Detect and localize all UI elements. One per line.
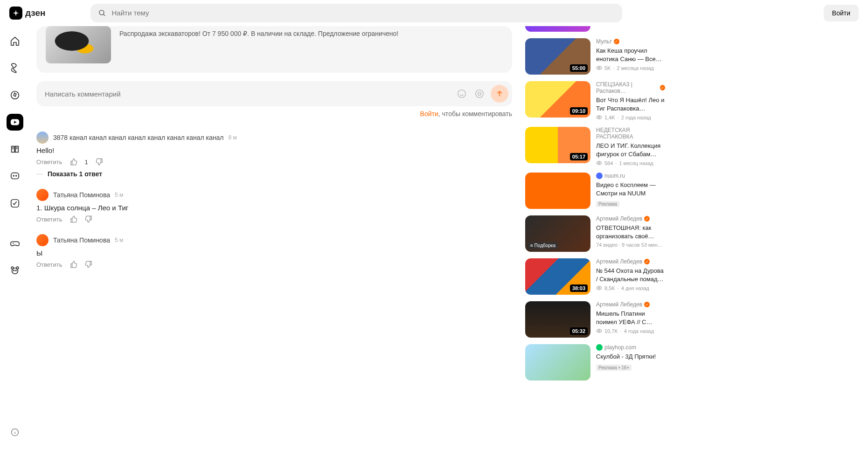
nav-shorts[interactable]	[7, 60, 23, 76]
reply-button[interactable]: Ответить	[36, 216, 62, 223]
comments-list: 3878 канал канал канал канал канал канал…	[36, 132, 512, 268]
comment-item: 3878 канал канал канал канал канал канал…	[36, 132, 512, 178]
duration-badge: 55:00	[570, 64, 588, 72]
comment-input-box[interactable]	[36, 81, 512, 106]
rec-meta: 10,7K·4 года назад	[596, 328, 665, 334]
rec-thumb: 38:03	[525, 258, 590, 295]
rec-thumb	[525, 173, 590, 209]
emoji-icon[interactable]	[455, 87, 468, 100]
rec-item[interactable]: 05:17 НЕДЕТСКАЯ РАСПАКОВКА ЛЕО И ТИГ. Ко…	[525, 127, 665, 166]
comment-body: 1. Шкура солнца – Лео и Тиг	[36, 204, 512, 212]
rec-channel[interactable]: Артемий Лебедев ✓	[596, 215, 665, 222]
topbar: дзен Войти	[0, 0, 868, 26]
avatar[interactable]	[36, 132, 49, 144]
rec-title: ЛЕО И ТИГ. Коллекция фигурок от Сбабам…	[596, 142, 665, 158]
ad-badge: Реклама	[596, 201, 619, 207]
rec-meta: 5K·2 месяца назад	[596, 65, 665, 71]
logo-icon	[9, 7, 22, 20]
rec-item[interactable]: nuum.ru Видео с Косплеем — Смотри на NUU…	[525, 173, 665, 209]
rec-title: № 544 Охота на Дурова / Скандальные пома…	[596, 267, 665, 283]
like-button[interactable]	[70, 158, 77, 166]
rec-channel[interactable]: Мульт ✓	[596, 38, 665, 45]
svg-point-8	[11, 267, 14, 269]
rec-channel[interactable]: Артемий Лебедев ✓	[596, 301, 665, 308]
rec-item[interactable]: 38:03 Артемий Лебедев ✓ № 544 Охота на Д…	[525, 258, 665, 295]
rec-item[interactable]: ≡ Подборка Артемий Лебедев ✓ ОТВЕТОШНАЯ:…	[525, 215, 665, 252]
rec-thumb: 55:00	[525, 38, 590, 75]
rec-thumb: ≡ Подборка	[525, 215, 590, 252]
comment-author[interactable]: 3878 канал канал канал канал канал канал…	[53, 134, 224, 141]
rec-meta: 8,5K·4 дня назад	[596, 285, 665, 291]
duration-badge: 38:03	[570, 284, 588, 292]
svg-point-14	[476, 90, 484, 98]
svg-point-9	[16, 267, 19, 269]
ad-text: Распродажа экскаваторов! От 7 950 000 ₽.…	[119, 26, 503, 37]
comment-time: 5 м	[115, 192, 123, 198]
reply-button[interactable]: Ответить	[36, 159, 62, 166]
avatar[interactable]	[36, 234, 49, 246]
svg-rect-3	[11, 173, 19, 179]
rec-channel[interactable]: НЕДЕТСКАЯ РАСПАКОВКА	[596, 127, 665, 140]
like-button[interactable]	[70, 261, 77, 268]
dislike-button[interactable]	[85, 215, 92, 223]
comment-time: 5 м	[115, 237, 123, 243]
like-button[interactable]	[70, 215, 77, 223]
comment-author[interactable]: Татьяна Поминова	[53, 236, 110, 244]
reply-button[interactable]: Ответить	[36, 261, 62, 268]
rec-thumb: 05:17	[525, 127, 590, 163]
nav-info[interactable]	[7, 424, 23, 441]
nav-chats[interactable]	[7, 168, 23, 185]
rec-channel[interactable]: СПЕЦЗАКАЗ | Распаков… ✓	[596, 81, 665, 94]
ad-banner[interactable]: Распродажа экскаваторов! От 7 950 000 ₽.…	[36, 26, 512, 73]
rec-item[interactable]: playhop.com Скулбой - 3Д Прятки! Реклама…	[525, 344, 665, 381]
playlist-badge: ≡ Подборка	[528, 242, 558, 249]
rec-title: Видео с Косплеем — Смотри на NUUM	[596, 181, 665, 197]
search-icon	[98, 9, 106, 17]
search-wrap	[90, 4, 622, 22]
rec-channel[interactable]: Артемий Лебедев ✓	[596, 258, 665, 265]
rec-item[interactable]: 05:32 Артемий Лебедев ✓ Мишель Платини п…	[525, 301, 665, 338]
avatar[interactable]	[36, 189, 49, 201]
nav-articles[interactable]	[7, 141, 23, 158]
nav-home[interactable]	[7, 33, 23, 49]
send-button[interactable]	[491, 85, 508, 103]
login-button[interactable]: Войти	[824, 5, 859, 21]
rec-item[interactable]: 09:10 СПЕЦЗАКАЗ | Распаков… ✓ Вот Что Я …	[525, 81, 665, 120]
rec-channel[interactable]: playhop.com	[596, 344, 665, 351]
nav-discover[interactable]	[7, 87, 23, 104]
like-count: 1	[85, 159, 88, 166]
show-replies-button[interactable]: Показать 1 ответ	[36, 170, 512, 178]
comment-author[interactable]: Татьяна Поминова	[53, 191, 110, 199]
search-bar[interactable]	[90, 4, 622, 22]
dislike-button[interactable]	[85, 261, 92, 268]
nav-video[interactable]	[7, 114, 23, 131]
search-input[interactable]	[112, 9, 615, 17]
svg-point-13	[458, 90, 466, 98]
duration-badge: 05:32	[570, 327, 588, 335]
rec-channel[interactable]: nuum.ru	[596, 173, 665, 179]
attach-icon[interactable]	[473, 87, 486, 100]
svg-point-1	[11, 91, 19, 99]
svg-point-10	[14, 270, 14, 271]
recommendations: 55:00 Мульт ✓ Как Кеша проучил енотика С…	[525, 26, 665, 431]
dash-icon	[36, 174, 43, 174]
rec-title: Как Кеша проучил енотика Саню — Все…	[596, 47, 665, 63]
rec-title: ОТВЕТОШНАЯ: как организовать своё время?	[596, 224, 665, 240]
nav-kids[interactable]	[7, 262, 23, 279]
comment-login-hint: Войти, чтобы комментировать	[36, 110, 512, 118]
brand-text: дзен	[25, 8, 46, 18]
dislike-button[interactable]	[96, 158, 103, 166]
rec-title: Вот Что Я Нашёл! Лео и Тиг Распаковка…	[596, 96, 665, 112]
rec-partial	[525, 26, 590, 32]
logo[interactable]: дзен	[9, 7, 46, 20]
svg-point-17	[598, 117, 600, 118]
nav-games[interactable]	[7, 235, 23, 252]
comment-time: 8 м	[229, 134, 237, 141]
rec-meta: 1,4K·2 года назад	[596, 114, 665, 120]
svg-point-11	[15, 270, 16, 271]
comment-input[interactable]	[45, 90, 451, 98]
duration-badge: 09:10	[570, 107, 588, 115]
nav-apps[interactable]	[7, 195, 23, 212]
rec-item[interactable]: 55:00 Мульт ✓ Как Кеша проучил енотика С…	[525, 38, 665, 75]
comment-login-link[interactable]: Войти	[420, 110, 438, 118]
